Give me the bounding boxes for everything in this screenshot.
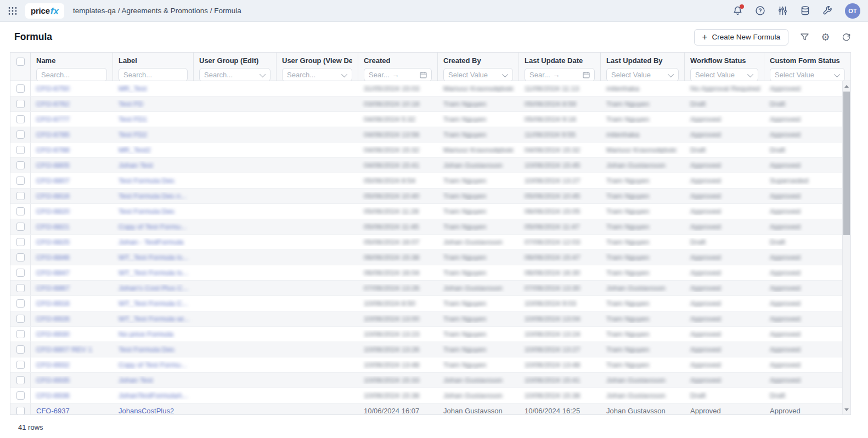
label-link[interactable]: WT_Test Formula wi... [119, 315, 189, 323]
row-checkbox[interactable] [16, 284, 25, 292]
name-link[interactable]: CFO-6847 [36, 269, 70, 277]
data-manager-icon[interactable] [800, 5, 810, 16]
name-link[interactable]: CFO-6807 REV 1 [36, 345, 92, 354]
vertical-scrollbar[interactable] [842, 81, 850, 414]
apps-grid-icon[interactable] [8, 6, 18, 16]
column-header-last-updated-by[interactable]: Last Updated By Select Value [601, 53, 685, 81]
name-link[interactable]: CFO-6750 [36, 84, 70, 93]
name-link[interactable]: CFO-6926 [36, 315, 70, 323]
row-checkbox[interactable] [16, 330, 25, 338]
refresh-icon[interactable] [842, 32, 851, 42]
name-link[interactable]: CFO-6937 [36, 407, 70, 414]
last-updated-by-filter[interactable]: Select Value [606, 68, 679, 81]
create-new-formula-button[interactable]: + Create New Formula [694, 29, 788, 45]
preferences-sliders-icon[interactable] [777, 5, 788, 16]
label-link[interactable]: Johan - TestFormula [119, 238, 183, 246]
row-checkbox[interactable] [16, 299, 25, 308]
label-link[interactable]: JohanTestFormulaA... [119, 391, 188, 400]
select-all-checkbox[interactable] [16, 58, 25, 66]
row-checkbox[interactable] [16, 161, 25, 169]
column-header-created[interactable]: Created Sear... → [358, 53, 438, 81]
column-header-label[interactable]: Label [113, 53, 194, 81]
name-link[interactable]: CFO-6807 [36, 177, 70, 185]
label-link[interactable]: Johan Test [119, 376, 153, 384]
label-link[interactable]: Test Formula Des [119, 345, 174, 354]
name-filter-input[interactable] [36, 68, 107, 81]
label-link[interactable]: Johan Test [119, 161, 153, 169]
row-checkbox[interactable] [16, 115, 25, 123]
row-checkbox[interactable] [16, 391, 25, 400]
column-header-last-update-date[interactable]: Last Update Date Sear... → [519, 53, 601, 81]
help-icon[interactable] [755, 5, 765, 16]
label-link[interactable]: Johan's Cost Plus C... [119, 284, 188, 292]
name-link[interactable]: CFO-6867 [36, 284, 70, 292]
row-checkbox[interactable] [16, 130, 25, 139]
row-checkbox[interactable] [16, 192, 25, 200]
column-header-workflow-status[interactable]: Workflow Status Select Value [685, 53, 764, 81]
column-header-name[interactable]: Name [31, 53, 113, 81]
label-link[interactable]: MR_Test [119, 84, 146, 93]
name-link[interactable]: CFO-6785 [36, 130, 70, 139]
name-link[interactable]: CFO-6846 [36, 253, 70, 261]
scroll-down-arrow-icon[interactable] [843, 406, 850, 413]
name-link[interactable]: CFO-6916 [36, 299, 70, 308]
column-header-created-by[interactable]: Created By Select Value [438, 53, 519, 81]
label-link[interactable]: JohansCostPlus2 [119, 407, 174, 414]
row-checkbox[interactable] [16, 269, 25, 277]
notifications-bell-icon[interactable] [732, 5, 743, 16]
row-checkbox[interactable] [16, 376, 25, 384]
user-group-edit-filter[interactable]: Search... [199, 68, 270, 81]
name-link[interactable]: CFO-6932 [36, 361, 70, 369]
breadcrumb[interactable]: templates-qa / Agreements & Promotions /… [73, 7, 241, 15]
label-link[interactable]: Copy of Test Formu... [119, 223, 187, 231]
name-link[interactable]: CFO-6930 [36, 330, 70, 338]
pricefx-logo[interactable]: pricefx [25, 3, 64, 19]
row-checkbox[interactable] [16, 253, 25, 261]
label-link[interactable]: Test FD2 [119, 130, 147, 139]
row-checkbox[interactable] [16, 345, 25, 354]
label-link[interactable]: Test FD1 [119, 115, 147, 123]
name-link[interactable]: CFO-6821 [36, 223, 70, 231]
row-checkbox[interactable] [16, 84, 25, 93]
label-link[interactable]: WT_Test Formula Is... [119, 253, 188, 261]
label-link[interactable]: No price Formula [119, 330, 173, 338]
row-checkbox[interactable] [16, 207, 25, 215]
column-header-custom-form-status[interactable]: Custom Form Status Select Value [764, 53, 850, 81]
name-link[interactable]: CFO-6935 [36, 376, 70, 384]
name-link[interactable]: CFO-6805 [36, 161, 70, 169]
user-avatar[interactable]: OT [845, 3, 860, 19]
label-link[interactable]: WT_Test Formula C... [119, 299, 188, 308]
label-link[interactable]: Test FD [119, 100, 143, 108]
name-link[interactable]: CFO-6820 [36, 207, 70, 215]
name-link[interactable]: CFO-6936 [36, 391, 70, 400]
workflow-status-filter[interactable]: Select Value [690, 68, 758, 81]
row-checkbox[interactable] [16, 315, 25, 323]
name-link[interactable]: CFO-6816 [36, 192, 70, 200]
row-checkbox[interactable] [16, 223, 25, 231]
last-update-date-filter[interactable]: Sear... → [525, 68, 595, 81]
column-header-user-group-view[interactable]: User Group (View De... Search... [277, 53, 358, 81]
row-checkbox[interactable] [16, 146, 25, 154]
label-link[interactable]: WT_Test Formula Is... [119, 269, 188, 277]
filter-funnel-icon[interactable] [800, 32, 809, 42]
label-link[interactable]: Test Formula Des [119, 177, 174, 185]
name-link[interactable]: CFO-6762 [36, 100, 70, 108]
admin-tools-wrench-icon[interactable] [822, 5, 833, 16]
row-checkbox[interactable] [16, 238, 25, 246]
label-link[interactable]: Copy of Test Formu... [119, 361, 187, 369]
label-link[interactable]: MR_Test2 [119, 146, 151, 154]
scrollbar-thumb[interactable] [843, 92, 850, 235]
label-filter-input[interactable] [119, 68, 188, 81]
scroll-up-arrow-icon[interactable] [843, 82, 850, 90]
label-link[interactable]: Test Formula Des n... [119, 192, 187, 200]
row-checkbox[interactable] [16, 177, 25, 185]
column-header-user-group-edit[interactable]: User Group (Edit) Search... [194, 53, 277, 81]
name-link[interactable]: CFO-6788 [36, 146, 70, 154]
row-checkbox[interactable] [16, 361, 25, 369]
custom-form-status-filter[interactable]: Select Value [770, 68, 845, 81]
user-group-view-filter[interactable]: Search... [282, 68, 352, 81]
name-link[interactable]: CFO-6825 [36, 238, 70, 246]
created-by-filter[interactable]: Select Value [443, 68, 513, 81]
row-checkbox[interactable] [16, 100, 25, 108]
settings-gear-icon[interactable]: ⚙ [821, 32, 830, 42]
